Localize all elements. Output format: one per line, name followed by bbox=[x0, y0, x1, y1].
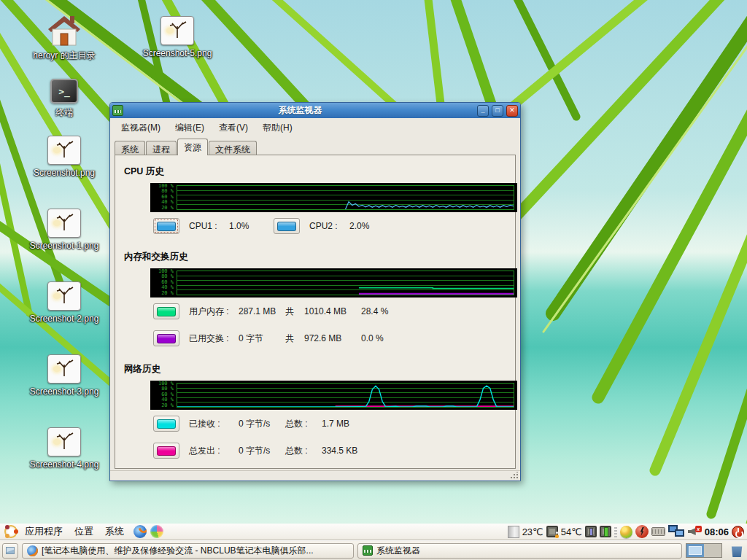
taskbar-window-title: [笔记本电脑使用、维护及保修经验交流 - NBCLUB笔记本电脑俱乐部... bbox=[42, 545, 314, 557]
network-history-graph: 100 % 80 % 60 % 40 % 20 % bbox=[150, 381, 517, 410]
memory-user-series-line bbox=[359, 288, 514, 289]
swap-legend-row: 已用交换 : 0 字节 共 972.6 MB 0.0 % bbox=[153, 330, 515, 347]
power-alert-icon[interactable] bbox=[635, 525, 649, 538]
places-menu[interactable]: 位置 bbox=[69, 524, 99, 540]
desktop-icon-screenshot4[interactable]: Screenshot-4.png bbox=[22, 427, 107, 470]
terminal-icon: >_ bbox=[50, 79, 78, 104]
swap-color-button[interactable] bbox=[153, 330, 179, 346]
network-plot-area bbox=[177, 383, 514, 408]
tray-separator bbox=[614, 526, 617, 537]
firefox-launcher-icon[interactable] bbox=[133, 525, 147, 538]
menu-monitor[interactable]: 监视器(M) bbox=[115, 120, 167, 136]
clock[interactable]: 08:06 bbox=[705, 526, 729, 537]
system-monitor-icon bbox=[112, 105, 123, 116]
tab-system[interactable]: 系统 bbox=[115, 141, 145, 155]
system-menu[interactable]: 系统 bbox=[99, 524, 130, 540]
image-thumbnail-icon bbox=[47, 354, 81, 384]
tab-filesystems[interactable]: 文件系统 bbox=[209, 141, 257, 155]
cpu1-value: 1.0% bbox=[229, 221, 268, 231]
input-method-icon[interactable] bbox=[620, 526, 632, 538]
app-launcher-icon[interactable] bbox=[150, 525, 163, 538]
memory-user-label: 用户内存 : bbox=[189, 306, 239, 318]
tab-resources[interactable]: 资源 bbox=[177, 139, 208, 155]
minimize-button[interactable]: _ bbox=[477, 105, 489, 117]
desktop-icon-home[interactable]: heroyr 的主目录 bbox=[22, 15, 107, 62]
tab-processes[interactable]: 进程 bbox=[146, 141, 177, 155]
close-button[interactable]: ✕ bbox=[506, 105, 518, 117]
memory-user-percent: 28.4 % bbox=[361, 306, 388, 316]
cpu-thermometer-icon[interactable] bbox=[546, 526, 558, 537]
network-in-swatch bbox=[157, 419, 176, 429]
network-out-color-button[interactable] bbox=[153, 443, 179, 459]
taskbar-window-system-monitor[interactable]: 系统监视器 bbox=[357, 543, 682, 559]
taskbar-window-firefox[interactable]: [笔记本电脑使用、维护及保修经验交流 - NBCLUB笔记本电脑俱乐部... bbox=[22, 543, 354, 559]
volume-muted-icon[interactable]: x bbox=[687, 526, 702, 537]
memory-user-color-button[interactable] bbox=[153, 303, 179, 319]
desktop-icon-screenshot[interactable]: Screenshot.png bbox=[22, 136, 107, 178]
tab-bar: 系统 进程 资源 文件系统 bbox=[110, 138, 520, 155]
network-in-legend-row: 已接收 : 0 字节/s 总数 : 1.7 MB bbox=[153, 415, 515, 432]
cpu1-color-button[interactable] bbox=[153, 218, 179, 234]
desktop-icon-label: Screenshot-3.png bbox=[30, 386, 99, 397]
desktop-icon-terminal[interactable]: >_ 终端 bbox=[22, 79, 107, 119]
network-out-legend-row: 总发出 : 0 字节/s 总数 : 334.5 KB bbox=[153, 442, 515, 459]
cpu-series-line bbox=[346, 202, 514, 209]
network-out-swatch bbox=[157, 446, 176, 456]
gnome-panel: 应用程序 位置 系统 23℃ 54℃ x 08:06 bbox=[0, 524, 747, 540]
network-in-value: 0 字节/s bbox=[239, 418, 285, 430]
keyboard-indicator-icon[interactable] bbox=[651, 527, 665, 536]
network-monitor-icon[interactable] bbox=[668, 525, 684, 538]
system-monitor-window: 系统监视器 _ □ ✕ 监视器(M) 编辑(E) 查看(V) 帮助(H) 系统 … bbox=[109, 102, 521, 481]
swap-percent: 0.0 % bbox=[361, 333, 384, 343]
resources-panel: CPU 历史 100 % 80 % 60 % 40 % 20 % CPU1 : bbox=[115, 155, 516, 469]
memory-axis: 100 % 80 % 60 % 40 % 20 % bbox=[150, 271, 175, 295]
window-titlebar[interactable]: 系统监视器 _ □ ✕ bbox=[110, 103, 520, 118]
cpu-history-title: CPU 历史 bbox=[124, 166, 515, 178]
firefox-icon bbox=[27, 545, 38, 556]
resize-grip[interactable] bbox=[510, 472, 519, 479]
network-in-series-line bbox=[177, 386, 514, 407]
workspace-2[interactable] bbox=[704, 544, 721, 557]
maximize-button[interactable]: □ bbox=[492, 105, 503, 117]
swap-total: 972.6 MB bbox=[304, 333, 361, 343]
memory-history-title: 内存和交换历史 bbox=[124, 251, 515, 263]
shutdown-icon[interactable] bbox=[732, 526, 744, 538]
network-out-label: 总发出 : bbox=[189, 445, 239, 457]
ubuntu-menu-icon[interactable] bbox=[4, 525, 18, 538]
memory-user-total: 1010.4 MB bbox=[304, 306, 361, 316]
trash-icon[interactable] bbox=[730, 544, 743, 557]
network-out-total: 334.5 KB bbox=[322, 446, 379, 456]
desktop: heroyr 的主目录 Screenshot-5.png >_ 终端 Scree… bbox=[0, 0, 747, 560]
sensor-chip-icon[interactable] bbox=[585, 526, 597, 537]
desktop-icon-screenshot1[interactable]: Screenshot-1.png bbox=[22, 209, 107, 251]
network-out-value: 0 字节/s bbox=[239, 445, 285, 457]
menu-view[interactable]: 查看(V) bbox=[212, 120, 255, 136]
ambient-temperature: 23℃ bbox=[522, 526, 543, 537]
menubar: 监视器(M) 编辑(E) 查看(V) 帮助(H) bbox=[110, 118, 520, 138]
desktop-icon-label: Screenshot-1.png bbox=[30, 241, 99, 251]
cpu2-color-button[interactable] bbox=[274, 218, 300, 234]
cpu2-value: 2.0% bbox=[349, 221, 388, 231]
cpu2-swatch bbox=[277, 222, 296, 231]
cpu-plot-area bbox=[177, 185, 514, 210]
menu-edit[interactable]: 编辑(E) bbox=[169, 120, 211, 136]
network-in-color-button[interactable] bbox=[153, 416, 179, 432]
memory-history-graph: 100 % 80 % 60 % 40 % 20 % bbox=[150, 268, 517, 298]
memory-user-of: 共 bbox=[285, 306, 304, 318]
window-statusbar bbox=[110, 470, 520, 481]
applications-menu[interactable]: 应用程序 bbox=[19, 524, 69, 540]
show-desktop-button[interactable] bbox=[2, 543, 18, 559]
menu-help[interactable]: 帮助(H) bbox=[256, 120, 299, 136]
desktop-icon-screenshot3[interactable]: Screenshot-3.png bbox=[22, 354, 107, 397]
swap-swatch bbox=[157, 334, 176, 343]
image-thumbnail-icon bbox=[160, 16, 194, 45]
image-thumbnail-icon bbox=[47, 209, 81, 238]
swap-value: 0 字节 bbox=[239, 332, 285, 345]
image-thumbnail-icon bbox=[47, 427, 81, 456]
cpu-temperature: 54℃ bbox=[561, 526, 582, 537]
sensor-chip2-icon[interactable] bbox=[600, 526, 611, 537]
desktop-icon-screenshot2[interactable]: Screenshot-2.png bbox=[22, 281, 107, 324]
cpufreq-applet-icon[interactable] bbox=[508, 526, 519, 538]
desktop-icon-screenshot5[interactable]: Screenshot-5.png bbox=[135, 16, 220, 58]
workspace-1[interactable] bbox=[686, 544, 704, 557]
